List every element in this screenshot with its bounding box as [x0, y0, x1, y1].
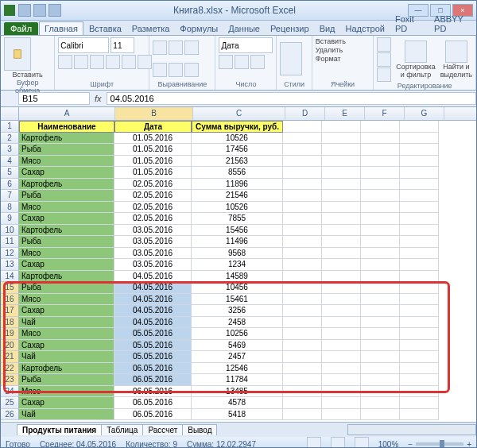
cell[interactable] [322, 363, 361, 375]
cell[interactable] [361, 156, 400, 168]
cell[interactable] [283, 374, 322, 386]
cell[interactable]: Мясо [19, 202, 114, 214]
align-bot-button[interactable] [184, 41, 199, 55]
cell[interactable] [322, 271, 361, 283]
ribbon-tab-2[interactable]: Разметка [127, 22, 175, 35]
cell[interactable] [361, 179, 400, 191]
ribbon-tab-3[interactable]: Формулы [175, 22, 223, 35]
cell[interactable] [361, 167, 400, 179]
cell[interactable]: 1234 [192, 259, 283, 271]
row-header[interactable]: 21 [1, 351, 19, 363]
cell[interactable]: 21563 [192, 156, 283, 168]
cell[interactable] [283, 190, 322, 202]
cell[interactable] [322, 121, 361, 133]
cell[interactable] [322, 202, 361, 214]
row-header[interactable]: 11 [1, 236, 19, 248]
cell[interactable] [283, 351, 322, 363]
cell[interactable] [283, 167, 322, 179]
cell[interactable]: Мясо [19, 156, 114, 168]
align-mid-button[interactable] [169, 41, 183, 55]
col-header-E[interactable]: E [325, 107, 365, 120]
row-header[interactable]: 24 [1, 386, 19, 398]
cell[interactable]: 02.05.2016 [114, 179, 192, 191]
cell[interactable]: 13485 [192, 386, 283, 398]
cell[interactable]: 10526 [192, 202, 283, 214]
cell[interactable]: 2458 [192, 317, 283, 329]
zoom-in-button[interactable]: + [467, 440, 471, 449]
cell[interactable] [361, 317, 400, 329]
cell[interactable] [361, 225, 400, 237]
cell[interactable]: 8556 [192, 167, 283, 179]
cell[interactable] [322, 386, 361, 398]
underline-button[interactable] [90, 55, 104, 69]
cell[interactable] [283, 144, 322, 156]
cell[interactable] [322, 317, 361, 329]
row-header[interactable]: 25 [1, 397, 19, 409]
cell[interactable]: Сахар [19, 305, 114, 317]
cell[interactable] [283, 294, 322, 306]
table-header-cell[interactable]: Сумма выручки, руб. [192, 121, 283, 133]
zoom-level[interactable]: 100% [378, 440, 399, 449]
row-header[interactable]: 20 [1, 340, 19, 352]
cell[interactable] [400, 328, 439, 340]
bold-button[interactable] [58, 55, 72, 69]
delete-row-button[interactable]: Удалить [316, 46, 343, 54]
row-header[interactable]: 12 [1, 248, 19, 260]
cell[interactable]: 21546 [192, 190, 283, 202]
cell[interactable]: Рыба [19, 282, 114, 294]
cell[interactable]: 03.05.2016 [114, 259, 192, 271]
cell[interactable] [361, 190, 400, 202]
cell[interactable]: 06.05.2016 [114, 386, 192, 398]
cell[interactable] [322, 225, 361, 237]
col-header-D[interactable]: D [285, 107, 325, 120]
file-tab[interactable]: Файл [4, 22, 38, 35]
cell[interactable]: 04.05.2016 [114, 282, 192, 294]
cell[interactable] [283, 259, 322, 271]
cell[interactable] [400, 248, 439, 260]
fill-color-button[interactable] [122, 55, 136, 69]
cell[interactable]: 14589 [192, 271, 283, 283]
cell[interactable] [322, 236, 361, 248]
cell[interactable]: Сахар [19, 259, 114, 271]
worksheet[interactable]: A B C D E F G 1НаименованиеДатаСумма выр… [1, 107, 476, 422]
cell[interactable] [322, 409, 361, 421]
align-right-button[interactable] [184, 63, 199, 77]
cell[interactable]: 02.05.2016 [114, 190, 192, 202]
cell[interactable] [400, 351, 439, 363]
cell[interactable] [283, 213, 322, 225]
cell[interactable] [361, 351, 400, 363]
table-header-cell[interactable]: Дата [114, 121, 192, 133]
cell[interactable] [400, 133, 439, 145]
cell[interactable]: Сахар [19, 213, 114, 225]
cell[interactable] [400, 305, 439, 317]
cell[interactable] [283, 121, 322, 133]
cell[interactable] [400, 374, 439, 386]
row-header[interactable]: 10 [1, 225, 19, 237]
cell[interactable]: Картофель [19, 133, 114, 145]
cell[interactable] [400, 190, 439, 202]
cell[interactable]: Картофель [19, 363, 114, 375]
row-header[interactable]: 15 [1, 282, 19, 294]
cell[interactable] [283, 386, 322, 398]
autosum-button[interactable] [377, 37, 391, 52]
cell[interactable]: 06.05.2016 [114, 363, 192, 375]
cell[interactable]: 06.05.2016 [114, 397, 192, 409]
cell[interactable] [400, 259, 439, 271]
cell[interactable] [400, 225, 439, 237]
ribbon-tab-8[interactable]: Foxit PD [390, 13, 429, 35]
row-header[interactable]: 26 [1, 409, 19, 421]
cell[interactable] [400, 213, 439, 225]
cell[interactable] [400, 282, 439, 294]
row-header[interactable]: 3 [1, 144, 19, 156]
cell[interactable]: 12546 [192, 363, 283, 375]
cell[interactable] [322, 179, 361, 191]
cell[interactable] [322, 259, 361, 271]
row-header[interactable]: 14 [1, 271, 19, 283]
cell[interactable] [400, 363, 439, 375]
name-box[interactable] [18, 92, 90, 105]
cell[interactable]: 05.05.2016 [114, 351, 192, 363]
col-header-G[interactable]: G [405, 107, 444, 120]
row-header[interactable]: 18 [1, 317, 19, 329]
comma-button[interactable] [250, 55, 265, 69]
cell[interactable]: 04.05.2016 [114, 305, 192, 317]
